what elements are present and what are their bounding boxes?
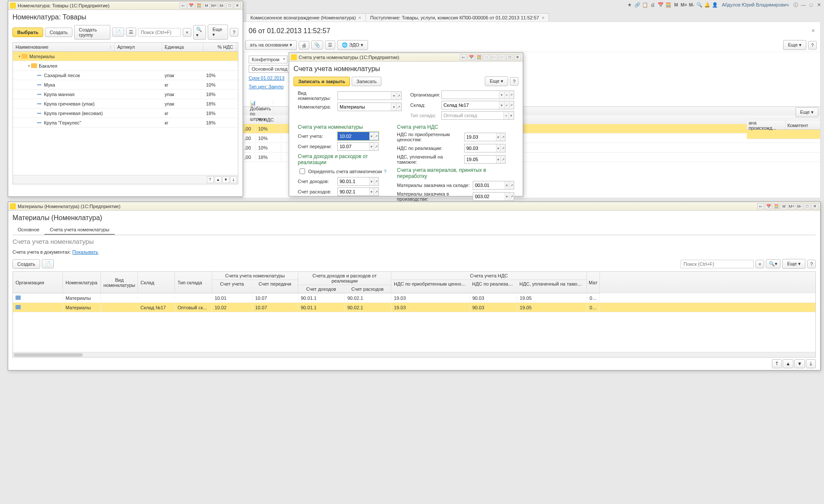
close-icon[interactable]: ✕ — [815, 1, 822, 8]
m-plus-icon[interactable]: M+ — [211, 3, 218, 9]
tab-commission[interactable]: Комиссионное вознаграждение (Номенклатур… — [246, 13, 366, 22]
up-icon[interactable]: ▲ — [215, 176, 222, 183]
calculator-icon[interactable]: 🧮 — [475, 54, 482, 60]
calendar-icon[interactable]: 📅 — [657, 1, 664, 8]
tab-accounts[interactable]: Счета учета номенклатуры — [44, 225, 114, 235]
help-button[interactable]: ? — [510, 77, 518, 86]
close-icon[interactable]: ✕ — [234, 3, 241, 9]
tree-row[interactable]: ▾Бакалея — [13, 61, 238, 71]
create-button[interactable]: Создать — [45, 28, 72, 37]
income-input[interactable]: ▾↗ — [337, 177, 379, 186]
more-button[interactable]: Еще ▾ — [208, 25, 228, 40]
calculator-icon[interactable]: 🧮 — [665, 1, 672, 8]
nomenclature-tree[interactable]: Наименование↑ Артикул Единица % НДС ▾Мат… — [12, 42, 238, 184]
maximize-icon[interactable]: □ — [804, 203, 811, 209]
warehouse-input[interactable]: ▾×↗ — [441, 101, 514, 109]
info-icon[interactable]: ⓘ — [792, 1, 799, 8]
col-nds-acq[interactable]: НДС по приобретенным ценностям — [391, 280, 470, 288]
m-minus-icon[interactable]: M- — [218, 3, 225, 9]
calculator-icon[interactable]: 🧮 — [773, 203, 780, 209]
col-acct[interactable]: Счет учета — [212, 280, 253, 288]
window-titlebar[interactable]: Номенклатура: Товары (1С:Предприятие) ⇦ … — [8, 1, 243, 10]
minimize-icon[interactable]: — — [800, 1, 807, 8]
m-plus-icon[interactable]: M+ — [491, 54, 498, 60]
save-button[interactable]: Записать — [352, 77, 381, 86]
checkbox[interactable] — [300, 168, 305, 174]
search-input[interactable] — [680, 260, 754, 268]
col-whtype[interactable]: Тип склада — [175, 272, 212, 293]
col-wh[interactable]: Склад — [138, 272, 175, 293]
accounts-grid[interactable]: Организация Номенклатура Вид номенклатур… — [12, 271, 816, 358]
m-icon[interactable]: M — [203, 3, 210, 9]
open-icon[interactable]: ↗ — [509, 91, 514, 99]
open-icon[interactable]: ↗ — [374, 177, 378, 185]
nav-icon[interactable]: ⇦ — [757, 203, 764, 209]
more-button[interactable]: Еще ▾ — [485, 76, 508, 86]
list-icon[interactable]: ☰ — [325, 40, 335, 50]
close-icon[interactable]: × — [359, 15, 361, 20]
create-button[interactable]: Создать — [12, 259, 40, 269]
org-input[interactable]: ▾×↗ — [441, 90, 514, 99]
open-icon[interactable]: ↗ — [500, 156, 505, 163]
close-icon[interactable]: × — [542, 15, 544, 20]
refresh-icon[interactable]: 📄 — [112, 28, 124, 37]
calendar-icon[interactable]: 📅 — [468, 54, 474, 60]
scrollbar-horizontal[interactable] — [13, 352, 815, 357]
search-button[interactable]: 🔍▾ — [193, 25, 206, 40]
open-icon[interactable]: ↗ — [374, 188, 378, 196]
close-icon[interactable]: ✕ — [812, 203, 818, 209]
maximize-icon[interactable]: □ — [808, 1, 815, 8]
nav-icon[interactable]: ⇦ — [460, 54, 467, 60]
m-plus-icon[interactable]: M+ — [680, 1, 687, 8]
up-icon[interactable]: ▲ — [783, 359, 793, 368]
clear-icon[interactable]: × — [504, 101, 509, 109]
open-icon[interactable]: ↗ — [374, 132, 378, 140]
col-unit[interactable]: Единица — [162, 43, 203, 51]
col-nds-cust[interactable]: НДС, уплаченный на таможне — [517, 280, 587, 288]
tab-receipt[interactable]: Поступление: Товары, услуги, комиссия КП… — [366, 13, 549, 22]
clear-search-icon[interactable]: × — [183, 28, 191, 37]
first-icon[interactable]: ⤒ — [207, 176, 214, 183]
tree-row[interactable]: Мука кг 10% — [13, 80, 238, 90]
m-minus-icon[interactable]: M- — [688, 1, 695, 8]
dropdown-icon[interactable]: ▾ — [391, 103, 396, 111]
calculator-icon[interactable]: 🧮 — [195, 3, 202, 9]
down-icon[interactable]: ▼ — [794, 359, 805, 368]
create-group-button[interactable]: Создать группу — [74, 25, 110, 40]
maximize-icon[interactable]: □ — [506, 54, 513, 60]
expand-icon[interactable]: ▾ — [27, 64, 31, 68]
dropdown-icon[interactable]: ▾ — [509, 112, 514, 119]
save-close-button[interactable]: Записать и закрыть — [293, 77, 350, 86]
more-button[interactable]: Еще ▾ — [796, 107, 818, 117]
close-icon[interactable]: ✕ — [514, 54, 521, 60]
org-select[interactable]: Конфетпром — [249, 56, 287, 63]
dropdown-icon[interactable]: ▾ — [369, 188, 374, 196]
window-titlebar[interactable]: Счета учета номенклатуры (1С:Предприятие… — [289, 53, 523, 62]
first-icon[interactable]: ⤒ — [772, 359, 782, 368]
open-icon[interactable]: ↗ — [396, 92, 401, 100]
m-icon[interactable]: M — [780, 203, 787, 209]
open-icon[interactable]: ↗ — [509, 193, 514, 200]
dropdown-icon[interactable]: ▾ — [496, 133, 501, 141]
m-minus-icon[interactable]: M- — [796, 203, 803, 209]
col-nds-real[interactable]: НДС по реализации — [470, 280, 517, 288]
dropdown-icon[interactable]: ▾ — [391, 92, 396, 100]
last-icon[interactable]: ⤓ — [806, 359, 816, 368]
due-date-link[interactable]: Срок 01.02.2013 — [249, 75, 284, 81]
tab-main[interactable]: Основное — [12, 225, 44, 235]
open-icon[interactable]: ↗ — [374, 143, 378, 150]
mat-wh-input[interactable]: ▾↗ — [473, 181, 514, 190]
refresh-icon[interactable]: 📄 — [42, 259, 54, 268]
help-button[interactable]: ? — [230, 28, 238, 37]
search-input[interactable] — [138, 28, 181, 37]
nav-icon[interactable]: 📋 — [642, 1, 649, 8]
nds-acq-input[interactable]: ▾↗ — [464, 133, 506, 141]
open-icon[interactable]: ↗ — [509, 101, 514, 109]
price-type-link[interactable]: Тип цен: Закупо — [249, 83, 284, 90]
more-button[interactable]: Еще ▾ — [783, 40, 806, 50]
col-mat[interactable]: Мат — [587, 272, 600, 293]
m-icon[interactable]: M — [483, 54, 490, 60]
dropdown-icon[interactable]: ▾ — [496, 156, 501, 163]
tree-row[interactable]: Крупа манная упак 18% — [13, 90, 238, 99]
dropdown-icon[interactable]: ▾ — [496, 144, 501, 152]
